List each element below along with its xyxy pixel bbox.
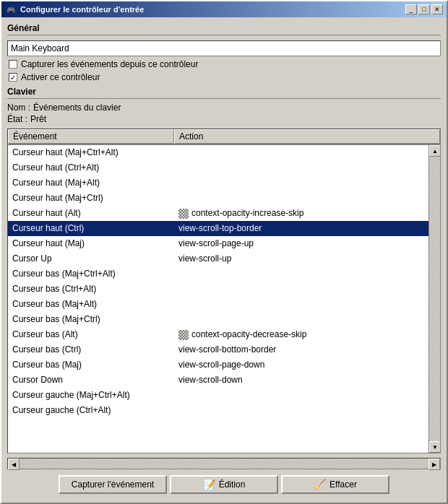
action-cell <box>174 304 428 305</box>
event-cell: Curseur bas (Maj) <box>8 357 174 373</box>
table-row[interactable]: Curseur haut (Alt)context-opacity-increa… <box>8 206 428 221</box>
event-cell: Curseur gauche (Maj+Ctrl+Alt) <box>8 388 174 403</box>
table-row[interactable]: Curseur haut (Ctrl)view-scroll-top-borde… <box>8 221 428 236</box>
table-row[interactable]: Curseur bas (Maj+Ctrl+Alt) <box>8 266 428 282</box>
event-cell: Curseur bas (Maj+Ctrl+Alt) <box>8 266 174 282</box>
table-row[interactable]: Curseur gauche (Ctrl+Alt) <box>8 403 428 418</box>
table-row[interactable]: Curseur gauche (Maj+Ctrl+Alt) <box>8 388 428 403</box>
event-cell: Curseur haut (Alt) <box>8 206 174 221</box>
table-header: Événement Action <box>8 129 440 145</box>
table-row[interactable]: Curseur haut (Ctrl+Alt) <box>8 160 428 175</box>
action-cell: view-scroll-top-border <box>174 221 428 236</box>
action-cell <box>174 410 428 412</box>
edition-icon: 📝 <box>203 479 215 490</box>
scroll-up-button[interactable]: ▲ <box>429 145 440 157</box>
table-row[interactable]: Cursor Downview-scroll-down <box>8 373 428 388</box>
action-cell: view-scroll-down <box>174 373 428 388</box>
title-bar-left: 🎮 Configurer le contrôleur d'entrée <box>5 4 144 15</box>
event-cell: Cursor Up <box>8 251 174 266</box>
action-cell <box>174 183 428 184</box>
table-row[interactable]: Curseur bas (Ctrl+Alt) <box>8 282 428 297</box>
table-row[interactable]: Curseur haut (Maj+Ctrl) <box>8 191 428 206</box>
keyboard-section: Clavier Nom : Événements du clavier État… <box>7 87 441 124</box>
maximize-button[interactable]: □ <box>418 4 430 14</box>
action-cell <box>174 289 428 290</box>
event-cell: Curseur bas (Maj+Alt) <box>8 297 174 312</box>
capture-label: Capturer l'événement <box>72 479 154 490</box>
main-window: 🎮 Configurer le contrôleur d'entrée _ □ … <box>0 0 448 504</box>
scroll-down-button[interactable]: ▼ <box>429 441 440 453</box>
general-label: Général <box>7 23 441 35</box>
event-cell: Curseur haut (Maj+Ctrl+Alt) <box>8 145 174 160</box>
col2-header: Action <box>174 129 440 144</box>
effacer-button[interactable]: 🧹 Effacer <box>281 475 389 494</box>
keyboard-label: Clavier <box>7 87 441 99</box>
scroll-right-button[interactable]: ▶ <box>428 459 440 470</box>
close-button[interactable]: ✕ <box>431 4 443 14</box>
table-row[interactable]: Curseur haut (Maj)view-scroll-page-up <box>8 236 428 251</box>
title-buttons: _ □ ✕ <box>405 4 443 14</box>
action-cell: context-opacity-increase-skip <box>174 206 428 221</box>
action-icon <box>178 209 189 219</box>
event-cell: Curseur bas (Alt) <box>8 327 174 342</box>
table-row[interactable]: Curseur haut (Maj+Alt) <box>8 175 428 191</box>
edition-button[interactable]: 📝 Édition <box>170 475 278 494</box>
etat-row: État : Prêt <box>7 114 441 124</box>
etat-label: État : <box>7 114 27 124</box>
event-cell: Curseur bas (Ctrl+Alt) <box>8 282 174 297</box>
button-row: Capturer l'événement 📝 Édition 🧹 Effacer <box>7 472 441 497</box>
h-scroll-track[interactable] <box>20 459 428 469</box>
event-cell: Curseur haut (Maj+Alt) <box>8 175 174 191</box>
horizontal-scrollbar[interactable]: ◀ ▶ <box>7 458 441 469</box>
action-cell <box>174 395 428 396</box>
minimize-button[interactable]: _ <box>405 4 417 14</box>
general-section: Général Capturer les événements depuis c… <box>7 23 441 82</box>
event-cell: Curseur haut (Maj) <box>8 236 174 251</box>
event-cell: Curseur bas (Ctrl) <box>8 342 174 357</box>
content-area: Général Capturer les événements depuis c… <box>1 17 447 503</box>
bottom-section: ◀ ▶ Capturer l'événement 📝 Édition 🧹 Eff… <box>7 458 441 497</box>
action-icon <box>178 330 189 340</box>
col1-header: Événement <box>8 129 174 144</box>
table-row[interactable]: Curseur haut (Maj+Ctrl+Alt) <box>8 145 428 160</box>
action-cell <box>174 319 428 321</box>
etat-value: Prêt <box>30 114 46 124</box>
action-cell <box>174 168 428 169</box>
nom-label: Nom : <box>7 103 30 113</box>
effacer-label: Effacer <box>329 479 357 490</box>
action-cell: view-scroll-up <box>174 251 428 266</box>
checkbox1-row: Capturer les événements depuis ce contrô… <box>7 59 441 69</box>
events-table: Événement Action Curseur haut (Maj+Ctrl+… <box>7 129 441 453</box>
checkbox2-label: Activer ce contrôleur <box>21 72 100 82</box>
capture-button[interactable]: Capturer l'événement <box>59 475 167 494</box>
vertical-scrollbar[interactable]: ▲ ▼ <box>428 145 440 453</box>
table-row[interactable]: Curseur bas (Maj+Ctrl) <box>8 312 428 327</box>
checkbox1-label: Capturer les événements depuis ce contrô… <box>21 59 198 69</box>
action-cell <box>174 152 428 154</box>
checkbox1[interactable] <box>9 60 17 69</box>
table-body[interactable]: Curseur haut (Maj+Ctrl+Alt)Curseur haut … <box>8 145 428 453</box>
table-row[interactable]: Cursor Upview-scroll-up <box>8 251 428 266</box>
scroll-left-button[interactable]: ◀ <box>8 459 20 470</box>
table-with-scroll: Curseur haut (Maj+Ctrl+Alt)Curseur haut … <box>8 145 440 453</box>
title-bar: 🎮 Configurer le contrôleur d'entrée _ □ … <box>1 1 447 17</box>
event-cell: Cursor Down <box>8 373 174 388</box>
event-cell: Curseur haut (Maj+Ctrl) <box>8 191 174 206</box>
table-row[interactable]: Curseur bas (Alt)context-opacity-decreas… <box>8 327 428 342</box>
main-input[interactable] <box>7 40 441 56</box>
event-cell: Curseur haut (Ctrl+Alt) <box>8 160 174 175</box>
table-row[interactable]: Curseur bas (Ctrl)view-scroll-bottom-bor… <box>8 342 428 357</box>
action-cell: view-scroll-page-down <box>174 357 428 373</box>
action-cell: context-opacity-decrease-skip <box>174 327 428 342</box>
event-cell: Curseur gauche (Ctrl+Alt) <box>8 403 174 418</box>
effacer-icon: 🧹 <box>314 479 326 490</box>
scroll-track[interactable] <box>429 157 440 441</box>
checkbox2-row: ✓ Activer ce contrôleur <box>7 72 441 82</box>
event-cell: Curseur haut (Ctrl) <box>8 221 174 236</box>
action-cell: view-scroll-page-up <box>174 236 428 251</box>
edition-label: Édition <box>219 479 246 490</box>
checkbox2[interactable]: ✓ <box>9 73 17 82</box>
nom-value: Événements du clavier <box>33 103 121 113</box>
table-row[interactable]: Curseur bas (Maj)view-scroll-page-down <box>8 357 428 373</box>
table-row[interactable]: Curseur bas (Maj+Alt) <box>8 297 428 312</box>
